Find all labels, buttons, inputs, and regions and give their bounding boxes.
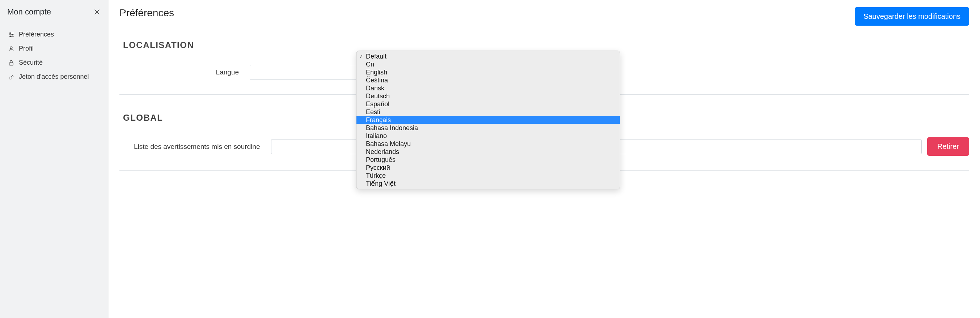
sidebar-item-security[interactable]: Sécurité [0, 55, 108, 70]
dropdown-option-label: English [366, 69, 387, 76]
main-content: Préférences Sauvegarder les modification… [108, 0, 980, 318]
svg-point-3 [10, 47, 12, 49]
dropdown-option-label: Tiếng Việt [366, 180, 396, 188]
sidebar: Mon compte Préférences Profil Sécurité [0, 0, 108, 318]
lock-icon [7, 60, 15, 66]
dropdown-option[interactable]: Čeština [356, 76, 620, 84]
dropdown-option[interactable]: Tiếng Việt [356, 180, 620, 188]
dropdown-option-label: Bahasa Indonesia [366, 124, 418, 132]
check-icon: ✓ [359, 54, 363, 59]
sidebar-item-label: Sécurité [19, 59, 43, 66]
sidebar-item-label: Profil [19, 45, 33, 52]
sidebar-items: Préférences Profil Sécurité Jeton d'accè… [0, 27, 108, 84]
dropdown-option[interactable]: Español [356, 100, 620, 108]
page-title: Préférences [119, 7, 174, 19]
dropdown-option-label: Default [366, 53, 387, 60]
sidebar-title: Mon compte [7, 7, 51, 17]
dropdown-option-label: Bahasa Melayu [366, 140, 411, 148]
dropdown-option[interactable]: Bahasa Melayu [356, 140, 620, 148]
dropdown-option[interactable]: Deutsch [356, 92, 620, 100]
sidebar-item-label: Préférences [19, 31, 54, 38]
muted-warnings-label: Liste des avertissements mis en sourdine [134, 143, 260, 151]
dropdown-option-label: Français [366, 116, 391, 124]
dropdown-option[interactable]: ✓Default [356, 52, 620, 60]
dropdown-option[interactable]: Français [356, 116, 620, 124]
close-icon[interactable] [93, 8, 101, 16]
dropdown-option[interactable]: Nederlands [356, 148, 620, 156]
sliders-icon [7, 32, 15, 38]
dropdown-option-label: Cn [366, 61, 374, 68]
dropdown-option[interactable]: Dansk [356, 84, 620, 92]
svg-point-2 [10, 36, 11, 37]
svg-rect-4 [10, 63, 13, 65]
dropdown-option-label: Nederlands [366, 148, 399, 156]
dropdown-option-label: Русский [366, 164, 390, 172]
dropdown-option-label: Italiano [366, 132, 387, 140]
user-icon [7, 46, 15, 52]
language-dropdown[interactable]: ✓DefaultCnEnglishČeštinaDanskDeutschEspa… [356, 51, 620, 189]
dropdown-option[interactable]: Eesti [356, 108, 620, 116]
dropdown-option-label: Čeština [366, 77, 388, 84]
sidebar-item-token[interactable]: Jeton d'accès personnel [0, 70, 108, 84]
dropdown-option-label: Dansk [366, 85, 384, 92]
dropdown-option-label: Türkçe [366, 172, 386, 180]
sidebar-header: Mon compte [0, 7, 108, 27]
language-label: Langue [134, 68, 239, 76]
main-header: Préférences Sauvegarder les modification… [119, 7, 969, 26]
dropdown-option-label: Español [366, 100, 390, 108]
dropdown-option[interactable]: Русский [356, 164, 620, 172]
dropdown-option[interactable]: Italiano [356, 132, 620, 140]
dropdown-option[interactable]: Bahasa Indonesia [356, 124, 620, 132]
svg-point-0 [10, 33, 11, 33]
dropdown-option-label: Eesti [366, 108, 380, 116]
svg-point-5 [9, 77, 11, 79]
sidebar-item-profile[interactable]: Profil [0, 41, 108, 55]
sidebar-item-preferences[interactable]: Préférences [0, 27, 108, 41]
save-button[interactable]: Sauvegarder les modifications [855, 7, 969, 26]
svg-point-1 [12, 34, 13, 35]
dropdown-option-label: Português [366, 156, 396, 164]
dropdown-option[interactable]: English [356, 68, 620, 76]
dropdown-option[interactable]: Türkçe [356, 172, 620, 180]
section-title-localisation: LOCALISATION [119, 40, 969, 50]
dropdown-option[interactable]: Português [356, 156, 620, 164]
dropdown-option-label: Deutsch [366, 92, 390, 100]
sidebar-item-label: Jeton d'accès personnel [19, 73, 89, 81]
dropdown-option[interactable]: Cn [356, 60, 620, 68]
key-icon [7, 74, 15, 80]
remove-button[interactable]: Retirer [927, 137, 969, 156]
